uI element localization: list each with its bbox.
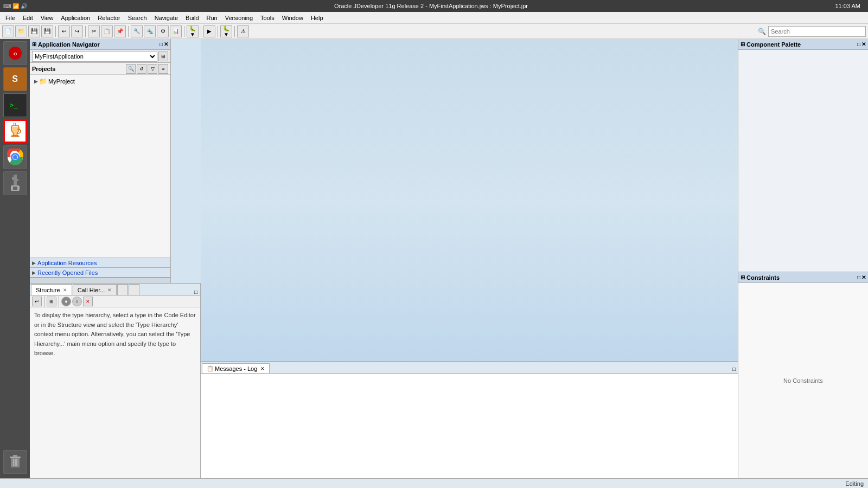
constraints-panel: ⊞ Constraints □ ✕ No Constraints: [738, 272, 868, 478]
structure-toolbar-btn4[interactable]: ○: [72, 297, 82, 306]
toolbar-debug-run[interactable]: 🐛▼: [220, 25, 232, 37]
footer-recently-opened[interactable]: ▶ Recently Opened Files: [30, 268, 170, 278]
toolbar-paste[interactable]: 📌: [114, 25, 126, 37]
toolbar-run3[interactable]: ⚙: [157, 25, 169, 37]
tab-tab4[interactable]: [129, 284, 139, 295]
bottom-panel-min-btn[interactable]: □: [194, 289, 197, 295]
sidebar-usb-icon[interactable]: [3, 171, 27, 195]
search-magnifier-icon: 🔍: [758, 28, 766, 35]
menu-help[interactable]: Help: [308, 14, 327, 22]
menu-window[interactable]: Window: [279, 14, 307, 22]
structure-toolbar-btn3[interactable]: ●: [61, 297, 71, 306]
app-nav-close-btn[interactable]: ✕: [164, 41, 168, 47]
toolbar-undo[interactable]: ↩: [58, 25, 70, 37]
toolbar-run2[interactable]: 🔩: [144, 25, 156, 37]
projects-label: Projects: [32, 66, 55, 72]
menu-versioning[interactable]: Versioning: [222, 14, 256, 22]
main-layout: O S >_: [0, 39, 868, 478]
svg-rect-20: [16, 459, 17, 466]
toolbar-cut[interactable]: ✂: [88, 25, 100, 37]
structure-toolbar-btn2[interactable]: ⊞: [47, 297, 56, 306]
toolbar-sep5: [201, 26, 201, 37]
toolbar-redo[interactable]: ↪: [71, 25, 83, 37]
menu-edit[interactable]: Edit: [20, 14, 36, 22]
toolbar-run4[interactable]: 📊: [170, 25, 182, 37]
con-close-btn[interactable]: ✕: [861, 274, 866, 280]
menu-application[interactable]: Application: [58, 14, 93, 22]
con-content: No Constraints: [738, 283, 868, 478]
title-icons-left: ⌨ 📶 🔊: [3, 3, 27, 9]
menu-tools[interactable]: Tools: [257, 14, 278, 22]
nav-filter-btn[interactable]: ▽: [148, 64, 157, 74]
cp-title: Component Palette: [746, 41, 801, 48]
tab-structure[interactable]: Structure ✕: [31, 284, 72, 295]
menu-navigate[interactable]: Navigate: [151, 14, 181, 22]
messages-log-label: Messages - Log: [215, 365, 257, 372]
toolbar-save[interactable]: 💾: [28, 25, 40, 37]
svg-rect-17: [13, 455, 17, 457]
sidebar-java-icon[interactable]: [3, 119, 27, 143]
toolbar-run1[interactable]: 🔧: [131, 25, 143, 37]
menu-view[interactable]: View: [37, 14, 57, 22]
menu-run[interactable]: Run: [203, 14, 221, 22]
toolbar-run-btn[interactable]: ▶: [203, 25, 215, 37]
sidebar-terminal-icon[interactable]: >_: [3, 93, 27, 117]
menu-bar: File Edit View Application Refactor Sear…: [0, 12, 868, 24]
tab-call-hier-label: Call Hier...: [78, 287, 105, 293]
svg-rect-12: [13, 187, 17, 190]
menu-build[interactable]: Build: [182, 14, 202, 22]
cp-maximize-btn[interactable]: □: [857, 41, 860, 47]
sidebar-s-icon[interactable]: S: [3, 67, 27, 91]
status-text: Editing: [845, 480, 864, 487]
cp-close-btn[interactable]: ✕: [861, 41, 866, 47]
tree-item-myproject[interactable]: ▶ 📁 MyProject: [32, 77, 168, 86]
editor-main[interactable]: [201, 39, 738, 361]
myproject-label[interactable]: MyProject: [48, 78, 75, 85]
tab-structure-close[interactable]: ✕: [63, 287, 67, 293]
toolbar-sep2: [85, 26, 86, 37]
messages-min-btn[interactable]: □: [732, 366, 736, 372]
structure-toolbar-btn5[interactable]: ✕: [83, 297, 93, 306]
sidebar-chrome-icon[interactable]: [3, 145, 27, 169]
structure-toolbar-btn1[interactable]: ↩: [32, 297, 42, 306]
app-nav-settings-btn[interactable]: ⊞: [158, 52, 168, 61]
con-title: Constraints: [746, 274, 780, 281]
nav-scrollbar-h[interactable]: [30, 278, 170, 283]
toolbar-new[interactable]: 📄: [2, 25, 14, 37]
sidebar-oracle-icon[interactable]: O: [3, 41, 27, 65]
nav-refresh-btn[interactable]: ↺: [137, 64, 146, 74]
app-resources-label: Application Resources: [37, 260, 97, 266]
toolbar-open[interactable]: 📁: [15, 25, 27, 37]
app-nav-maximize-btn[interactable]: □: [159, 41, 163, 47]
con-maximize-btn[interactable]: □: [857, 274, 860, 280]
cp-content: [738, 50, 868, 272]
toolbar-save-all[interactable]: 💾: [41, 25, 53, 37]
app-nav-footer: ▶ Application Resources ▶ Recently Opene…: [30, 258, 170, 283]
sidebar-trash-icon[interactable]: [3, 450, 27, 474]
messages-panel: 📋 Messages - Log ✕ □: [201, 361, 738, 478]
tree-section-projects: ▶ 📁 MyProject: [32, 77, 168, 86]
structure-hint-text: To display the type hierarchy, select a …: [34, 312, 196, 356]
menu-search[interactable]: Search: [125, 14, 150, 22]
top-search-input[interactable]: [768, 26, 866, 37]
messages-log-close[interactable]: ✕: [260, 366, 265, 371]
tab-call-hier[interactable]: Call Hier... ✕: [73, 284, 117, 295]
left-column: ⊞ Application Navigator □ ✕ MyFirstAppli…: [30, 39, 201, 478]
recently-opened-label: Recently Opened Files: [37, 269, 98, 276]
title-bar: ⌨ 📶 🔊 Oracle JDeveloper 11g Release 2 - …: [0, 0, 868, 12]
nav-menu-btn[interactable]: ≡: [158, 64, 168, 74]
left-sidebar: O S >_: [0, 39, 30, 478]
svg-point-9: [13, 155, 17, 159]
menu-file[interactable]: File: [2, 14, 18, 22]
app-dropdown[interactable]: MyFirstApplication: [32, 51, 157, 62]
tab-messages-log[interactable]: 📋 Messages - Log ✕: [202, 363, 270, 373]
nav-search-btn[interactable]: 🔍: [126, 64, 136, 74]
footer-app-resources[interactable]: ▶ Application Resources: [30, 258, 170, 268]
menu-refactor[interactable]: Refactor: [94, 14, 124, 22]
tab-tab3[interactable]: [117, 284, 128, 295]
toolbar-warning[interactable]: ⚠: [237, 25, 249, 37]
toolbar-copy[interactable]: 📋: [101, 25, 113, 37]
svg-rect-19: [15, 459, 16, 466]
tab-call-hier-close[interactable]: ✕: [107, 287, 112, 293]
toolbar-debug[interactable]: 🐛▼: [187, 25, 199, 37]
